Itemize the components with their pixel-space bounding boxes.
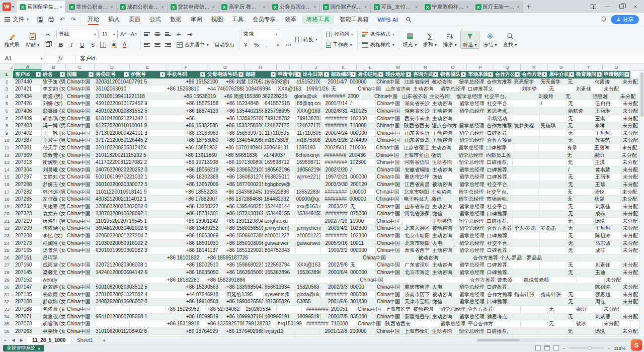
- cell[interactable]: [148, 335, 185, 336]
- fill-button[interactable]: 填充 ▾: [400, 31, 420, 49]
- header-cell[interactable]: 国籍▾: [66, 71, 95, 78]
- cell[interactable]: 2000/4/24: [321, 130, 349, 137]
- header-cell[interactable]: 销售团队▾: [439, 71, 467, 78]
- menu-item-insert[interactable]: 插入: [104, 13, 124, 26]
- cell[interactable]: [304, 277, 332, 284]
- cell[interactable]: 王晨宇 (男: [42, 137, 66, 144]
- cell[interactable]: 刘俊玲: [537, 93, 565, 101]
- cell[interactable]: xyevents@: [264, 291, 296, 299]
- cell[interactable]: [540, 115, 567, 123]
- cell[interactable]: 周煜 (男): [42, 93, 66, 101]
- cell[interactable]: 新疆维吾尔: [404, 313, 431, 321]
- cell[interactable]: 刘素佳: [594, 203, 622, 211]
- currency-button[interactable]: ¥: [241, 41, 251, 49]
- cell[interactable]: China中国: [376, 173, 404, 181]
- cell[interactable]: [553, 254, 580, 262]
- cell[interactable]: [540, 203, 567, 211]
- cell[interactable]: wjrme221(: [296, 173, 321, 181]
- cell[interactable]: 未分配: [622, 100, 639, 108]
- cell[interactable]: 冯一博 (男: [42, 122, 66, 130]
- cell[interactable]: 无: [349, 203, 376, 211]
- cell[interactable]: +86 13053983: [185, 130, 225, 137]
- row-number[interactable]: 26: [0, 254, 14, 262]
- cell[interactable]: +86 18099519: [185, 313, 225, 321]
- row-number[interactable]: 8: [0, 122, 14, 130]
- cell[interactable]: 未分配: [622, 130, 639, 137]
- page-layout-view-button[interactable]: [544, 345, 550, 350]
- cell[interactable]: 36010320030330072 5: [95, 181, 149, 189]
- cell[interactable]: +86 周煜155380: [223, 93, 261, 101]
- cell[interactable]: 陕西省西安: [403, 122, 431, 130]
- menu-item-member[interactable]: 会员专享: [248, 13, 280, 26]
- cell[interactable]: 安徽省铜陵: [404, 166, 431, 174]
- cell[interactable]: 吴峻墨 (男: [42, 203, 66, 211]
- cell[interactable]: [149, 130, 185, 137]
- cell[interactable]: linjiayi12: [263, 328, 295, 335]
- cell[interactable]: China中国: [66, 247, 95, 254]
- cell[interactable]: 山东省济南: [401, 93, 429, 101]
- cell[interactable]: 被动咨询: [431, 78, 458, 86]
- cell[interactable]: 河南省信阳: [403, 159, 431, 166]
- cell[interactable]: China中国: [66, 130, 95, 137]
- cell[interactable]: 2002/7/16: [320, 218, 349, 225]
- cell[interactable]: +86 18595187726: [206, 254, 250, 262]
- cell[interactable]: 31011320021115292 5: [95, 152, 148, 159]
- cell[interactable]: 主动咨询: [429, 93, 456, 101]
- cell[interactable]: [513, 284, 540, 291]
- cell[interactable]: +86: [185, 115, 225, 123]
- cell[interactable]: 无: [567, 218, 594, 225]
- type-convert-button[interactable]: 转换▾: [293, 35, 320, 44]
- cell[interactable]: 36048120030402002 6: [95, 225, 149, 232]
- cell[interactable]: 未分配: [622, 261, 639, 269]
- tab-close-icon[interactable]: ×: [263, 5, 265, 10]
- merge-center-button[interactable]: 合并居中▾: [174, 40, 211, 50]
- cell[interactable]: 207369: [14, 152, 42, 159]
- cell[interactable]: +86 1863505000: [225, 269, 264, 277]
- save-button[interactable]: [35, 15, 45, 25]
- cell[interactable]: [513, 269, 540, 277]
- cell[interactable]: China中国: [66, 152, 95, 159]
- cell[interactable]: +86 15332585: [185, 122, 225, 130]
- cell[interactable]: 301830: [349, 298, 376, 306]
- select-all-corner[interactable]: [0, 64, 14, 70]
- cell[interactable]: 指南针张: [540, 291, 567, 299]
- cell[interactable]: [521, 306, 548, 313]
- undo-button[interactable]: ↶: [57, 15, 67, 25]
- cell[interactable]: +86 18056219: [185, 166, 225, 174]
- cell[interactable]: [513, 218, 539, 225]
- cell[interactable]: 马晓雯 (女: [42, 335, 66, 336]
- column-header-F[interactable]: F: [166, 64, 206, 70]
- cell[interactable]: +44 07546918: [185, 291, 225, 299]
- cell[interactable]: 124827175: [263, 122, 295, 130]
- filter-dropdown-icon[interactable]: ▾: [160, 72, 165, 77]
- cell[interactable]: 合作方推荐: [486, 225, 513, 232]
- cell[interactable]: jennychen(: [296, 225, 321, 232]
- cell[interactable]: 2002/2/20: [321, 166, 349, 174]
- cell[interactable]: China中国: [376, 247, 404, 254]
- cell[interactable]: 207387: [14, 137, 42, 144]
- cell[interactable]: [95, 277, 130, 284]
- cell[interactable]: 主动咨询: [431, 335, 458, 336]
- cell[interactable]: China中国: [373, 93, 401, 101]
- cell[interactable]: [389, 254, 417, 262]
- cell[interactable]: +86 13901242: [185, 218, 225, 225]
- cell[interactable]: China中国: [376, 115, 404, 123]
- cell[interactable]: 青海省西宁: [404, 247, 431, 254]
- cell[interactable]: [149, 225, 185, 232]
- cell[interactable]: 11010520020716545 1: [95, 218, 148, 225]
- zoom-in-button[interactable]: +: [607, 345, 610, 351]
- cell[interactable]: 王瑞: [594, 181, 622, 189]
- cell[interactable]: 微信: [430, 196, 457, 203]
- align-top-button[interactable]: [142, 30, 152, 39]
- header-cell[interactable]: 教育顾问▾: [575, 71, 603, 78]
- row-number[interactable]: 24: [0, 240, 14, 247]
- filter-dropdown-icon[interactable]: ▾: [542, 72, 547, 77]
- column-header-H[interactable]: H: [245, 64, 277, 70]
- cell[interactable]: 207381: [14, 144, 42, 152]
- cell[interactable]: [521, 320, 548, 328]
- menu-item-smart-toolbox[interactable]: 智能工具箱: [335, 13, 373, 26]
- cell[interactable]: +86 1354402198: [225, 108, 264, 115]
- cell[interactable]: 000000: [349, 247, 376, 254]
- row-number[interactable]: 23: [0, 232, 14, 240]
- cell[interactable]: [513, 137, 540, 144]
